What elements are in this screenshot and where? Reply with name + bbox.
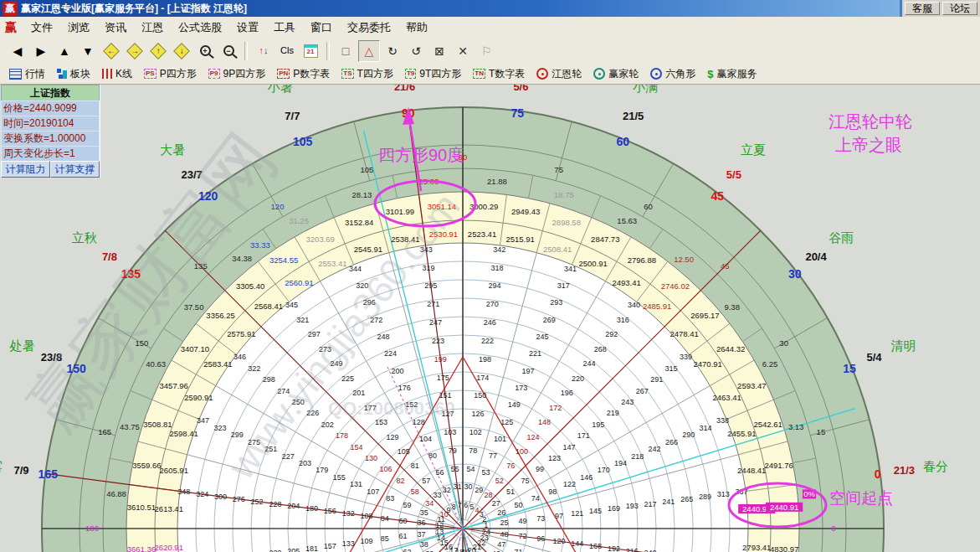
menu-item-设置[interactable]: 设置 bbox=[229, 17, 266, 38]
spiral-number: 154 bbox=[351, 443, 363, 451]
sort-updown-button[interactable]: ↑↓ bbox=[253, 40, 275, 62]
titlebar-button-forum[interactable]: 论坛 bbox=[942, 2, 977, 15]
zoom-in-button[interactable]: + bbox=[194, 40, 216, 62]
spiral-number: 101 bbox=[494, 435, 506, 443]
spiral-number: 57 bbox=[422, 477, 430, 485]
spiral-number: 317 bbox=[557, 281, 570, 290]
triangle-tool-button[interactable]: △ bbox=[358, 40, 380, 62]
spiral-number: 58 bbox=[411, 488, 419, 496]
pan-left-button[interactable]: ← bbox=[100, 40, 122, 62]
peak-down-button[interactable]: ▼ bbox=[77, 40, 99, 62]
inner-price-label: 2448.41 bbox=[737, 466, 766, 475]
outer-price-label: 2695.17 bbox=[690, 311, 719, 320]
spiral-number: 168 bbox=[589, 542, 602, 550]
cls-button[interactable]: Cls bbox=[276, 40, 298, 62]
button-计算支撑[interactable]: 计算支撑 bbox=[50, 161, 100, 178]
spiral-number: 298 bbox=[263, 375, 275, 384]
pan-down-button[interactable]: ↓ bbox=[171, 40, 192, 62]
spiral-number: 108 bbox=[360, 512, 372, 520]
spiral-number: 313 bbox=[717, 490, 730, 498]
inner-price-label: 2485.91 bbox=[643, 302, 671, 311]
pan-up-button[interactable]: ↑ bbox=[147, 40, 169, 62]
toolbar-item-T数字表[interactable]: TNT数字表 bbox=[467, 64, 531, 84]
pan-right-button[interactable]: → bbox=[124, 40, 146, 62]
window-title: 赢家江恩专业版[赢家服务平台] - [上证指数 江恩轮] bbox=[21, 2, 247, 16]
outer-price-label: 3508.81 bbox=[143, 420, 172, 429]
calendar-icon: 21 bbox=[304, 44, 318, 58]
spiral-number: 268 bbox=[594, 345, 607, 353]
spiral-number: 342 bbox=[493, 245, 505, 254]
outer-degree-label: 15 bbox=[843, 362, 856, 375]
spiral-number: 195 bbox=[592, 420, 604, 429]
spiral-number: 106 bbox=[379, 465, 392, 473]
solar-term-label: 谷雨 bbox=[829, 230, 854, 245]
outer-degree-label: 45 bbox=[711, 189, 725, 203]
next-button[interactable]: ▶ bbox=[30, 40, 52, 62]
menu-item-江恩[interactable]: 江恩 bbox=[134, 17, 171, 38]
rotate-cw-button[interactable]: ↻ bbox=[382, 40, 403, 62]
spiral-number: 97 bbox=[555, 512, 563, 520]
spiral-number: 35 bbox=[420, 508, 428, 517]
toolbar-item-label: 9P四方形 bbox=[223, 67, 266, 81]
percent-label: 3.13 bbox=[788, 422, 804, 431]
degree-label: 15 bbox=[817, 427, 826, 436]
rotate-ccw-button[interactable]: ↺ bbox=[405, 40, 427, 62]
9T四方形-badge-icon: T9 bbox=[405, 69, 416, 79]
toolbar-item-板块[interactable]: 板块 bbox=[51, 64, 96, 84]
menu-item-工具[interactable]: 工具 bbox=[266, 17, 303, 38]
toolbar-item-六角形[interactable]: 六角形 bbox=[644, 64, 701, 84]
menu-item-交易委托[interactable]: 交易委托 bbox=[340, 17, 398, 38]
button-计算阻力[interactable]: 计算阻力 bbox=[1, 161, 50, 178]
prev-button[interactable]: ◀ bbox=[7, 40, 28, 62]
toolbar-item-行情[interactable]: 行情 bbox=[3, 64, 51, 84]
menu-item-浏览[interactable]: 浏览 bbox=[60, 17, 97, 38]
toolbar-item-T四方形[interactable]: TST四方形 bbox=[336, 64, 399, 84]
inner-price-label: 2583.41 bbox=[203, 359, 232, 369]
toolbar-item-9T四方形[interactable]: T99T四方形 bbox=[399, 64, 467, 84]
spiral-number: 85 bbox=[381, 534, 389, 543]
spiral-number: 52 bbox=[495, 477, 504, 485]
menu-item-资讯[interactable]: 资讯 bbox=[97, 17, 134, 38]
box-x-button[interactable]: ⊠ bbox=[428, 40, 450, 62]
spiral-number: 109 bbox=[360, 537, 372, 545]
info-row-1: 时间=20190104 bbox=[1, 116, 100, 131]
peak-up-button[interactable]: ▲ bbox=[54, 40, 75, 62]
percent-label: 46.88 bbox=[106, 489, 126, 498]
solar-term-label: 立夏 bbox=[741, 142, 766, 157]
square-tool-icon: □ bbox=[342, 45, 349, 57]
spiral-number: 55 bbox=[451, 465, 459, 473]
menu-item-帮助[interactable]: 帮助 bbox=[398, 17, 435, 38]
titlebar-button-service[interactable]: 客服 bbox=[905, 2, 940, 15]
collapse-button[interactable]: ✕ bbox=[452, 40, 474, 62]
flag-icon: ⚐ bbox=[481, 45, 492, 57]
pan-up-icon: ↑ bbox=[150, 43, 167, 59]
spiral-number: 6 bbox=[464, 501, 468, 509]
spiral-number: 130 bbox=[365, 454, 377, 462]
zoom-out-button[interactable]: − bbox=[218, 40, 239, 62]
toolbar-item-赢家服务[interactable]: $赢家服务 bbox=[701, 64, 762, 84]
square-tool-button[interactable]: □ bbox=[335, 40, 357, 62]
toolbar-item-P四方形[interactable]: PSP四方形 bbox=[138, 64, 203, 84]
spiral-number: 121 bbox=[571, 509, 583, 518]
toolbar-item-K线[interactable]: K线 bbox=[96, 64, 138, 84]
toolbar-item-赢家轮[interactable]: 赢家轮 bbox=[587, 64, 644, 84]
spiral-number: 120 bbox=[552, 537, 565, 545]
toolbar-item-label: T四方形 bbox=[357, 67, 393, 81]
toolbar-item-label: 江恩轮 bbox=[552, 67, 582, 81]
spiral-number: 338 bbox=[716, 416, 729, 425]
calendar-button[interactable]: 21 bbox=[300, 40, 321, 62]
instrument-title: 上证指数 bbox=[1, 85, 100, 101]
menu-item-窗口[interactable]: 窗口 bbox=[303, 17, 340, 38]
outer-price-label: 3610.51 bbox=[127, 503, 156, 512]
toolbar-item-9P四方形[interactable]: P99P四方形 bbox=[203, 64, 271, 84]
spiral-number: 133 bbox=[342, 539, 355, 548]
menu-item-文件[interactable]: 文件 bbox=[23, 17, 60, 38]
cls-icon: Cls bbox=[280, 46, 294, 55]
menu-item-公式选股[interactable]: 公式选股 bbox=[171, 17, 229, 38]
spiral-number: 105 bbox=[398, 447, 410, 456]
toolbar-item-P数字表[interactable]: PNP数字表 bbox=[271, 64, 336, 84]
spiral-number: 345 bbox=[285, 301, 298, 309]
flag-button[interactable]: ⚐ bbox=[475, 40, 497, 62]
toolbar-item-江恩轮[interactable]: 江恩轮 bbox=[531, 64, 587, 84]
rotate-cw-icon: ↻ bbox=[387, 45, 398, 57]
